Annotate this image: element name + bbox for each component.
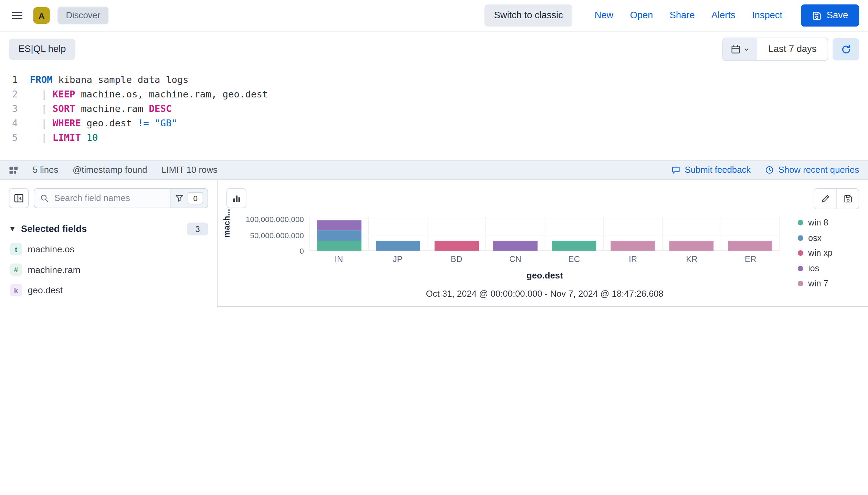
menu-icon[interactable] [9, 7, 25, 24]
bar-chart-icon [232, 193, 241, 203]
inspect-link[interactable]: Inspect [752, 10, 782, 21]
discover-content: mach... 100,000,000,000 50,000,000,000 0… [218, 180, 868, 308]
chart-bar-slot [603, 217, 662, 251]
collapse-panel-icon [14, 193, 24, 203]
code-keyword: LIMIT [53, 130, 81, 145]
selected-fields-label: Selected fields [21, 223, 87, 234]
code-text: machine.ram [75, 101, 149, 116]
field-filter-button[interactable]: 0 [170, 189, 208, 208]
code-number: 10 [81, 130, 98, 145]
bar-segment-win-8[interactable] [317, 241, 361, 251]
field-name: machine.ram [28, 264, 80, 275]
bar-IN[interactable] [317, 220, 361, 251]
main-area: 0 ▼ Selected fields 3 t machine.os # mac… [0, 180, 868, 308]
share-link[interactable]: Share [670, 10, 695, 21]
code-keyword: FROM [30, 73, 53, 87]
bar-segment-win-7[interactable] [669, 241, 714, 251]
legend-item-win8[interactable]: win 8 ⋮ [798, 218, 868, 228]
bar-segment-win-xp[interactable] [434, 241, 479, 251]
esql-editor[interactable]: 1FROM kibana_sample_data_logs 2 | KEEP m… [0, 67, 868, 160]
save-icon [812, 11, 822, 20]
chart-actions-group [814, 188, 859, 209]
legend-label: ios [808, 263, 819, 273]
save-visualization-button[interactable] [836, 189, 858, 209]
code-line: 5 | LIMIT 10 [0, 130, 868, 145]
chart-legend: win 8 ⋮ osx ⋮ win xp ⋮ [780, 218, 868, 299]
bar-segment-ios[interactable] [317, 220, 361, 231]
code-line: 4 | WHERE geo.dest != "GB" [0, 116, 868, 130]
show-recent-queries-link[interactable]: Show recent queries [765, 165, 859, 175]
bar-JP[interactable] [376, 241, 420, 251]
chart-toolbar [218, 180, 868, 212]
legend-item-winxp[interactable]: win xp ⋮ [798, 248, 868, 258]
alerts-link[interactable]: Alerts [711, 10, 735, 21]
legend-item-ios[interactable]: ios ⋮ [798, 263, 868, 273]
code-pipe: | [30, 101, 53, 116]
refresh-button[interactable] [833, 38, 859, 60]
field-item-machine-os[interactable]: t machine.os [9, 242, 208, 256]
chart-bar-slot [309, 217, 368, 251]
legend-item-osx[interactable]: osx ⋮ [798, 233, 868, 243]
text-field-icon: t [10, 243, 22, 255]
bar-segment-win-7[interactable] [611, 241, 655, 251]
switch-to-classic-button[interactable]: Switch to classic [485, 4, 572, 27]
field-search: 0 [34, 188, 208, 208]
bar-EC[interactable] [552, 241, 596, 251]
field-item-machine-ram[interactable]: # machine.ram [9, 263, 208, 276]
chevron-down-icon [743, 46, 750, 52]
chart-time-range-caption: Oct 31, 2024 @ 00:00:00.000 - Nov 7, 202… [309, 289, 780, 299]
legend-label: osx [808, 233, 822, 243]
x-axis-tick-label: JP [368, 254, 427, 263]
chevron-down-icon: ▼ [9, 225, 16, 233]
chart-bar-slot [368, 217, 427, 251]
y-axis-ticks: 100,000,000,000 50,000,000,000 0 [236, 217, 309, 251]
search-field-names-input[interactable] [53, 193, 170, 204]
bar-segment-win-8[interactable] [552, 241, 596, 251]
bar-segment-osx[interactable] [376, 241, 420, 251]
open-link[interactable]: Open [630, 10, 653, 21]
selected-fields-header[interactable]: ▼ Selected fields 3 [9, 223, 208, 235]
code-line: 1FROM kibana_sample_data_logs [0, 73, 868, 87]
code-text: machine.os, machine.ram, geo.dest [75, 87, 268, 102]
bar-segment-ios[interactable] [493, 241, 538, 251]
submit-feedback-link[interactable]: Submit feedback [671, 165, 751, 175]
legend-dot [798, 220, 803, 225]
bar-IR[interactable] [611, 241, 655, 251]
bar-CN[interactable] [493, 241, 538, 251]
breadcrumb-discover[interactable]: Discover [57, 7, 108, 24]
line-number: 1 [0, 73, 30, 87]
kibana-discover-app: A Discover Switch to classic New Open Sh… [0, 0, 868, 308]
x-axis-tick-label: IN [309, 254, 368, 263]
header-actions: Switch to classic New Open Share Alerts … [485, 4, 859, 27]
chart-plot [309, 217, 780, 251]
chart-bar-slot [427, 217, 486, 251]
y-axis-title-text: mach... [222, 209, 231, 238]
edit-visualization-button[interactable] [814, 189, 836, 209]
save-button[interactable]: Save [801, 4, 859, 27]
number-field-icon: # [10, 264, 22, 276]
code-keyword: KEEP [53, 87, 75, 102]
bar-ER[interactable] [728, 241, 773, 251]
bar-segment-osx[interactable] [317, 231, 361, 241]
legend-item-win7[interactable]: win 7 ⋮ [798, 278, 868, 288]
date-picker: Last 7 days [722, 38, 828, 61]
avatar[interactable]: A [33, 7, 50, 24]
collapse-sidebar-button[interactable] [9, 188, 29, 208]
chart-type-button[interactable] [226, 188, 246, 208]
esql-help-button[interactable]: ES|QL help [9, 39, 75, 60]
bar-BD[interactable] [434, 241, 479, 251]
x-axis-tick-label: KR [662, 254, 721, 263]
selected-fields-count: 3 [187, 223, 208, 235]
bar-KR[interactable] [669, 241, 714, 251]
filter-icon [175, 194, 184, 203]
field-item-geo-dest[interactable]: k geo.dest [9, 284, 208, 297]
date-picker-calendar-button[interactable] [723, 38, 758, 60]
x-axis-tick-label: CN [486, 254, 545, 263]
legend-dot [798, 281, 803, 286]
code-pipe: | [30, 130, 53, 145]
line-number: 3 [0, 101, 30, 116]
new-link[interactable]: New [594, 10, 613, 21]
time-range-button[interactable]: Last 7 days [757, 38, 827, 60]
legend-dot [798, 265, 803, 271]
bar-segment-win-7[interactable] [728, 241, 773, 251]
